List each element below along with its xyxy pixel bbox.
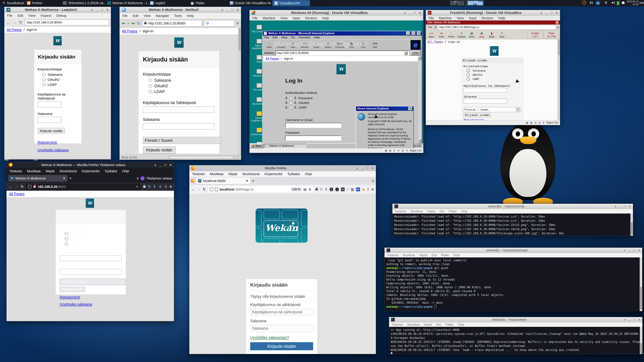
radio-label[interactable]: LDAP (472, 77, 479, 81)
menu-input[interactable]: Input (469, 16, 476, 20)
maximize-button[interactable]: □ (232, 8, 233, 12)
menu-view[interactable]: View (457, 16, 464, 20)
ladybird-titlebar[interactable]: W WeKan ® Multiverse - Ladybird ∧_□✕ (4, 7, 111, 13)
radio-label[interactable]: LDAP (48, 83, 57, 87)
menu-machine[interactable]: Machine (263, 16, 276, 20)
menu-tyokalut[interactable]: Työkalut (104, 169, 117, 173)
login-button[interactable]: Kirjaudu sisään (38, 128, 65, 134)
password-input[interactable] (143, 123, 214, 130)
taskbar-item-virtualbox-manager[interactable]: Oracle VM VirtualBox M... (228, 0, 273, 6)
menu-nayta[interactable]: Näytä (424, 323, 432, 327)
search-icon[interactable]: ◎ (556, 25, 559, 29)
workspace-2[interactable] (467, 0, 484, 5)
all-pages-link[interactable]: All Pages (7, 28, 22, 32)
start-button[interactable]: Start (250, 144, 263, 148)
username-input[interactable] (285, 123, 341, 128)
minimize-button[interactable]: _ (629, 318, 630, 321)
radio-label[interactable]: Salasana (70, 231, 86, 236)
close-button[interactable]: ✕ (169, 163, 172, 167)
all-pages-link[interactable]: All Pages (266, 57, 279, 60)
grid-extension-icon[interactable]: ∷ (347, 187, 349, 191)
radio-oauth2[interactable] (65, 237, 68, 241)
close-button[interactable]: ✕ (629, 205, 631, 208)
bookmark-star-icon[interactable]: ☆ (136, 185, 139, 189)
username-input[interactable] (250, 308, 314, 316)
terminal-output[interactable]: ResourceLoader: Finished load of: "http:… (392, 214, 633, 236)
close-button[interactable]: ✕ (408, 107, 412, 110)
back-icon[interactable]: ← (191, 187, 195, 192)
radio-label[interactable]: LDAP (154, 89, 165, 94)
radio-oauth2[interactable] (148, 84, 152, 88)
reload-icon[interactable]: ↻ (19, 20, 22, 25)
menu-favorites[interactable]: Favorites (298, 36, 310, 39)
radio-oauth2[interactable] (466, 73, 470, 76)
menu-muokkaa[interactable]: Muokkaa (407, 323, 420, 327)
dillo-scrollbar[interactable] (558, 39, 560, 120)
url-bar[interactable]: http://192.168.0.20:8000/ (25, 19, 109, 25)
back-icon[interactable]: ← (8, 185, 12, 189)
terminal-titlebar[interactable]: >_ wekan@z: ~/repos/serenity ∧_□✕ (392, 204, 633, 209)
terminal-scrollbar[interactable] (640, 257, 642, 311)
username-input[interactable] (143, 106, 214, 113)
menu-sivuhistoria[interactable]: Sivuhistoria (59, 169, 77, 173)
menu-file[interactable]: File (252, 16, 258, 20)
zoom-level-badge[interactable]: 130 % (291, 187, 302, 191)
terminal-output[interactable]: => App running at: http://localhost:4000… (389, 327, 642, 354)
radio-label[interactable]: LDAP (70, 242, 80, 246)
maximize-button[interactable]: □ (164, 163, 166, 167)
forgot-password-link[interactable]: Unohtuiko salasana (38, 148, 68, 152)
bookmark-star-icon[interactable]: ★ (308, 187, 312, 192)
menu-muokkaa[interactable]: Muokkaa (410, 210, 423, 213)
menu-ohje[interactable]: Ohje (458, 323, 464, 327)
radio-salasana[interactable] (148, 79, 152, 82)
links-button[interactable]: Links (410, 51, 420, 55)
radio-label[interactable]: LDAP (298, 106, 307, 109)
radio-password[interactable] (290, 97, 292, 100)
password-input[interactable] (464, 99, 507, 103)
maximize-button[interactable]: □ (633, 249, 635, 252)
dillo-tools-button[interactable]: ⚒Tools (497, 31, 507, 38)
shade-button[interactable]: ∧ (614, 205, 616, 208)
close-button[interactable]: ▣ (556, 21, 559, 24)
password-input[interactable] (285, 136, 341, 141)
menu-etsi[interactable]: Etsi (440, 210, 444, 213)
login-button[interactable]: Kirjaudu sisään (60, 287, 85, 292)
shade-button[interactable]: ∧ (624, 318, 626, 321)
radio-label[interactable]: Password (298, 96, 312, 100)
download-icon[interactable]: ⬇ (153, 185, 156, 189)
url-bar[interactable]: 192.168.0.20:8000 ☆ (26, 184, 141, 190)
download-icon[interactable]: ⬇ (324, 187, 328, 192)
minimize-button[interactable]: _ (362, 166, 363, 170)
vbox-titlebar[interactable]: DOS FreeDOS [Running] - Oracle VM Virtua… (426, 10, 560, 15)
menu-paate[interactable]: Pääte (441, 254, 449, 257)
url-bar[interactable]: http://192.168.0.20:8000/sign-in (438, 25, 556, 30)
dillo-save-button[interactable]: ▦Save (467, 31, 476, 38)
menu-nayta[interactable]: Näytä (427, 210, 435, 213)
password-input[interactable] (60, 269, 122, 275)
radio-label[interactable]: OAuth2 (154, 84, 168, 88)
shade-button[interactable]: ∧ (624, 249, 626, 252)
maximize-button[interactable]: □ (412, 31, 416, 35)
forgot-password-link[interactable]: Unohtuiko salasana (60, 302, 92, 306)
menu-view[interactable]: View (144, 14, 151, 18)
maximize-button[interactable]: □ (366, 166, 368, 170)
radio-label[interactable]: OAuth2 (298, 101, 309, 105)
radio-label[interactable]: OAuth2 (48, 78, 60, 82)
menu-view[interactable]: View (280, 16, 288, 20)
maximize-button[interactable]: □ (550, 11, 552, 15)
register-link[interactable]: Rekisteröinti (38, 140, 57, 144)
shade-button[interactable]: ∧ (356, 166, 358, 170)
login-button[interactable]: Kirjaudu sisään (464, 113, 491, 117)
login-button[interactable]: Kirjaudu sisään (143, 146, 176, 154)
alarm-tray-icon[interactable]: ✕ (582, 1, 586, 5)
menu-ohje[interactable]: Ohje (305, 172, 312, 176)
extension-puzzle-icon[interactable]: ⇧ (366, 187, 370, 191)
menu-edit[interactable]: Edit (18, 14, 23, 17)
menu-devices[interactable]: Devices (305, 16, 317, 20)
tab-close-icon[interactable]: ✕ (246, 179, 248, 183)
address-bar[interactable]: http://192.168.0.20:8000/ ▼ (276, 51, 409, 56)
maximize-button[interactable]: □ (101, 8, 103, 12)
menu-muokkaa[interactable]: Muokkaa (403, 254, 415, 257)
battery-tray-icon[interactable] (617, 1, 619, 5)
menu-tiedosto[interactable]: Tiedosto (192, 172, 205, 176)
